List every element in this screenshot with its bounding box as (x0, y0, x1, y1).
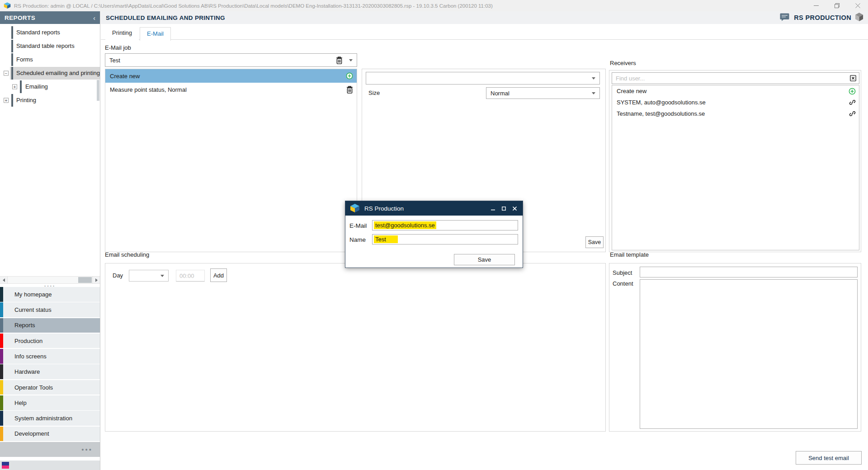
size-combobox[interactable]: Normal (486, 87, 600, 99)
scrollbar-thumb[interactable] (78, 277, 92, 283)
window-title: RS Production: admin @ LOCAL / C:\Users\… (14, 3, 806, 9)
nav-item-label: System administration (14, 415, 72, 422)
scroll-left-icon[interactable] (0, 277, 8, 283)
nav-item[interactable]: System administration (0, 411, 100, 426)
content-input[interactable] (640, 279, 858, 429)
day-combobox[interactable] (129, 270, 169, 282)
size-label: Size (368, 89, 380, 96)
job-list-item[interactable]: Create new (105, 69, 357, 83)
size-value: Normal (491, 90, 592, 97)
brand-area: RS PRODUCTION (780, 12, 863, 23)
minimize-icon[interactable] (806, 0, 826, 11)
dialog-name-value: Test (374, 235, 398, 243)
brand-name: RS PRODUCTION (794, 14, 851, 21)
nav-item-label: Operator Tools (14, 384, 53, 391)
job-item-label: Create new (110, 73, 346, 80)
nav-item-label: Development (14, 430, 49, 437)
email-template-panel: Subject Content (609, 263, 861, 432)
dialog-maximize-icon[interactable] (499, 204, 508, 213)
dropdown-arrow-icon[interactable] (592, 77, 595, 80)
report-combobox[interactable] (366, 72, 600, 85)
nav-item[interactable]: Operator Tools (0, 380, 100, 395)
job-list-item[interactable]: Measure point status, Normal (105, 83, 357, 96)
tree-item-label: Printing (0, 94, 100, 107)
delete-icon[interactable] (346, 86, 353, 94)
dropdown-arrow-icon[interactable] (349, 59, 353, 61)
nav-item-color-bar (0, 318, 3, 333)
receiver-list-item[interactable]: SYSTEM, auto@goodsolutions.se (612, 97, 859, 108)
time-input[interactable] (176, 270, 205, 282)
page-title: SCHEDULED EMAILING AND PRINTING (106, 14, 780, 21)
sidebar: REPORTS ‹ Standard reports Standard tabl… (0, 11, 100, 470)
nav-item-color-bar (0, 411, 3, 426)
tree-expander-icon[interactable] (12, 85, 17, 89)
app-logo-icon (4, 2, 11, 9)
new-receiver-dialog: RS Production E-Mail test@goodsolutions.… (345, 201, 523, 268)
clear-search-icon[interactable] (850, 75, 856, 81)
receiver-label: Create new (617, 88, 849, 94)
tree-item-label: Standard reports (0, 26, 100, 39)
tab-label: E-Mail (147, 30, 164, 37)
tree-item[interactable]: Emailing (0, 80, 100, 94)
receiver-list-item[interactable]: Create new (612, 85, 859, 97)
tree-item[interactable]: Scheduled emailing and printing (0, 66, 100, 80)
tab[interactable]: Printing (105, 27, 139, 40)
nav-item[interactable]: Info screens (0, 349, 100, 364)
dialog-email-field[interactable]: test@goodsolutions.se (372, 220, 518, 230)
tab[interactable]: E-Mail (140, 27, 171, 41)
nav-item-color-bar (0, 334, 3, 348)
dialog-close-icon[interactable] (510, 204, 519, 213)
nav-item[interactable]: My homepage (0, 287, 100, 302)
tree-item[interactable]: Standard table reports (0, 39, 100, 53)
nav-item-label: Info screens (14, 353, 47, 360)
find-user-searchbox (612, 72, 859, 84)
email-job-combobox[interactable]: Test (105, 53, 357, 67)
nav-item[interactable]: Production (0, 334, 100, 348)
more-options-icon[interactable]: ••• (81, 446, 93, 453)
dialog-save-button[interactable]: Save (454, 254, 515, 265)
nav-item[interactable]: Reports (0, 318, 100, 333)
subject-label: Subject (613, 268, 632, 278)
nav-item[interactable]: Current status (0, 302, 100, 317)
nav-item-label: Current status (14, 306, 52, 313)
app-logo-icon (350, 204, 360, 213)
tree-item-label: Standard table reports (0, 39, 100, 53)
nav-item[interactable]: Development (0, 427, 100, 442)
nav-item-color-bar (0, 349, 3, 364)
content-label: Content (613, 280, 633, 287)
tree-expander-icon[interactable] (4, 98, 9, 103)
close-icon[interactable] (847, 0, 868, 11)
tree-item[interactable]: Standard reports (0, 26, 100, 39)
add-icon[interactable] (346, 72, 353, 80)
add-icon[interactable] (849, 88, 856, 95)
day-label: Day (113, 270, 123, 282)
tree-item[interactable]: Forms (0, 53, 100, 66)
dropdown-arrow-icon[interactable] (592, 92, 595, 94)
add-schedule-button[interactable]: Add (210, 268, 227, 282)
receiver-list-item[interactable]: Testname, test@goodsolutions.se (612, 108, 859, 119)
brand-cube-icon (855, 12, 863, 23)
nav-item[interactable]: Hardware (0, 364, 100, 379)
nav-item[interactable]: Help (0, 395, 100, 410)
find-user-input[interactable] (616, 75, 850, 82)
dropdown-arrow-icon[interactable] (160, 275, 164, 277)
link-icon[interactable] (849, 110, 856, 117)
dialog-minimize-icon[interactable] (488, 204, 497, 213)
scroll-right-icon[interactable] (92, 277, 100, 283)
subject-input[interactable] (640, 267, 858, 277)
comment-icon[interactable] (780, 13, 789, 23)
maximize-icon[interactable] (826, 0, 847, 11)
link-icon[interactable] (849, 99, 856, 106)
tree-expander-icon[interactable] (4, 71, 9, 76)
dialog-titlebar[interactable]: RS Production (345, 201, 523, 216)
delete-job-icon[interactable] (336, 56, 343, 64)
send-test-email-button[interactable]: Send test email (796, 451, 862, 465)
dialog-name-field[interactable]: Test (372, 234, 518, 244)
save-job-button[interactable]: Save (585, 236, 604, 248)
receivers-list: Create new SYSTEM, auto@goodsolutions.se (612, 85, 859, 250)
nav-item-color-bar (0, 380, 3, 395)
collapse-sidebar-icon[interactable]: ‹ (93, 14, 95, 22)
email-scheduling-label: Email scheduling (105, 251, 149, 258)
email-template-label: Email template (610, 251, 649, 258)
tree-item[interactable]: Printing (0, 94, 100, 107)
